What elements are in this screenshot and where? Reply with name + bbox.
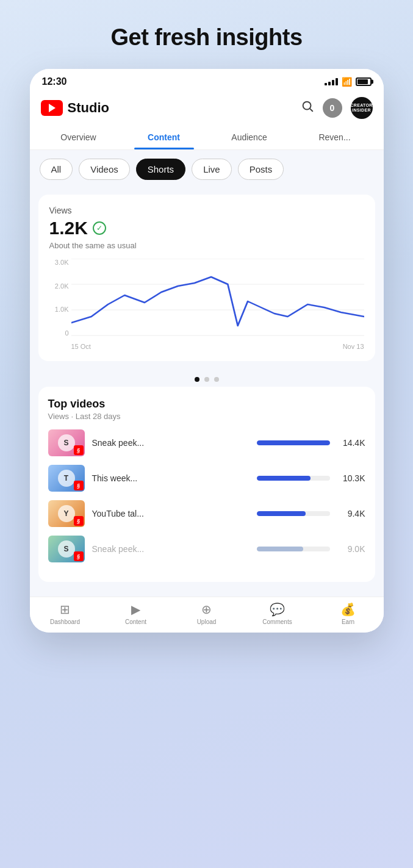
video-row[interactable]: Y § YouTube tal... 9.4K (48, 500, 365, 527)
video-bar-2 (257, 476, 330, 481)
bar-fill-1 (257, 440, 330, 445)
video-bar-3 (257, 511, 330, 516)
bottom-nav: ⊞ Dashboard ▶ Content ⊕ Upload 💬 Comment… (30, 597, 384, 633)
dot-3[interactable] (214, 377, 219, 382)
dot-1[interactable] (195, 377, 199, 382)
video-title-1: Sneak peek... (92, 438, 250, 448)
filter-videos[interactable]: Videos (79, 159, 130, 180)
chart-x-labels: 15 Oct Nov 13 (71, 343, 364, 350)
video-views-4: 9.0K (337, 544, 365, 554)
chart-y-labels: 3.0K 2.0K 1.0K 0 (49, 259, 69, 337)
signal-bar-3 (332, 80, 334, 85)
bar-fill-3 (257, 511, 306, 516)
svg-line-1 (310, 109, 312, 111)
search-button[interactable] (301, 99, 314, 117)
upload-icon: ⊕ (201, 602, 212, 617)
check-circle-icon: ✓ (93, 221, 106, 235)
video-views-2: 10.3K (337, 473, 365, 483)
dashboard-icon: ⊞ (60, 602, 70, 617)
status-time: 12:30 (42, 76, 67, 87)
nav-earn[interactable]: 💰 Earn (313, 602, 384, 625)
play-triangle (49, 104, 56, 112)
filter-posts[interactable]: Posts (238, 159, 284, 180)
video-title-3: YouTube tal... (92, 509, 250, 518)
chart-svg-area (71, 259, 364, 337)
page-title: Get fresh insights (110, 24, 302, 51)
nav-content[interactable]: ▶ Content (101, 602, 171, 625)
tabs-bar: Overview Content Audience Reven... (30, 125, 384, 150)
filter-bar: All Videos Shorts Live Posts (30, 150, 384, 188)
notification-badge[interactable]: 0 (323, 98, 342, 118)
video-thumbnail-2: T § (48, 465, 85, 492)
status-bar: 12:30 📶 (30, 69, 384, 91)
video-title-4: Sneak peek... (92, 544, 250, 554)
signal-bar-2 (328, 82, 331, 85)
nav-comments[interactable]: 💬 Comments (242, 602, 313, 625)
views-card: Views 1.2K ✓ About the same as usual 3.0… (38, 195, 375, 361)
top-videos-card: Top videos Views · Last 28 days S § Snea… (38, 387, 375, 582)
video-thumbnail-1: S § (48, 429, 85, 456)
views-status: About the same as usual (49, 241, 364, 250)
battery-fill (357, 79, 368, 84)
video-bar-1 (257, 440, 330, 445)
video-views-1: 14.4K (337, 438, 365, 448)
bar-fill-2 (257, 476, 311, 481)
earn-icon: 💰 (340, 602, 356, 617)
studio-label: Studio (68, 100, 109, 116)
video-row[interactable]: S § Sneak peek... 9.0K (48, 536, 365, 562)
phone-frame: 12:30 📶 Studio (30, 69, 384, 633)
bar-fill-4 (257, 547, 304, 551)
views-value: 1.2K (49, 218, 88, 239)
video-row[interactable]: T § This week... 10.3K (48, 465, 365, 492)
app-header: Studio 0 CREATORINSIDER (30, 91, 384, 125)
filter-shorts[interactable]: Shorts (136, 159, 185, 180)
views-chart: 3.0K 2.0K 1.0K 0 (49, 259, 364, 350)
nav-dashboard[interactable]: ⊞ Dashboard (30, 602, 101, 625)
signal-icon (325, 78, 338, 85)
top-videos-subtitle: Views · Last 28 days (48, 412, 365, 421)
creator-insider-badge[interactable]: CREATORINSIDER (351, 97, 373, 119)
signal-bar-1 (325, 83, 327, 85)
filter-live[interactable]: Live (192, 159, 232, 180)
wifi-icon: 📶 (342, 77, 352, 87)
header-actions: 0 CREATORINSIDER (301, 97, 373, 119)
tab-overview[interactable]: Overview (36, 125, 121, 149)
content-area: Views 1.2K ✓ About the same as usual 3.0… (30, 188, 384, 597)
battery-icon (356, 77, 372, 86)
content-icon: ▶ (131, 602, 140, 617)
video-views-3: 9.4K (337, 509, 365, 518)
views-label: Views (49, 206, 364, 215)
tab-content[interactable]: Content (121, 125, 207, 149)
signal-bar-4 (336, 78, 338, 85)
youtube-icon (41, 100, 63, 116)
carousel-dots (38, 370, 375, 387)
tab-audience[interactable]: Audience (207, 125, 292, 149)
video-title-2: This week... (92, 473, 250, 483)
video-bar-4 (257, 547, 330, 551)
tab-revenue[interactable]: Reven... (292, 125, 378, 149)
video-row[interactable]: S § Sneak peek... 14.4K (48, 429, 365, 456)
nav-upload[interactable]: ⊕ Upload (171, 602, 242, 625)
filter-all[interactable]: All (40, 159, 73, 180)
views-value-row: 1.2K ✓ (49, 218, 364, 239)
video-thumbnail-4: S § (48, 536, 85, 562)
video-thumbnail-3: Y § (48, 500, 85, 527)
top-videos-title: Top videos (48, 398, 365, 411)
comments-icon: 💬 (270, 602, 285, 617)
dot-2[interactable] (204, 377, 209, 382)
youtube-logo: Studio (41, 100, 109, 116)
status-icons: 📶 (325, 77, 372, 87)
